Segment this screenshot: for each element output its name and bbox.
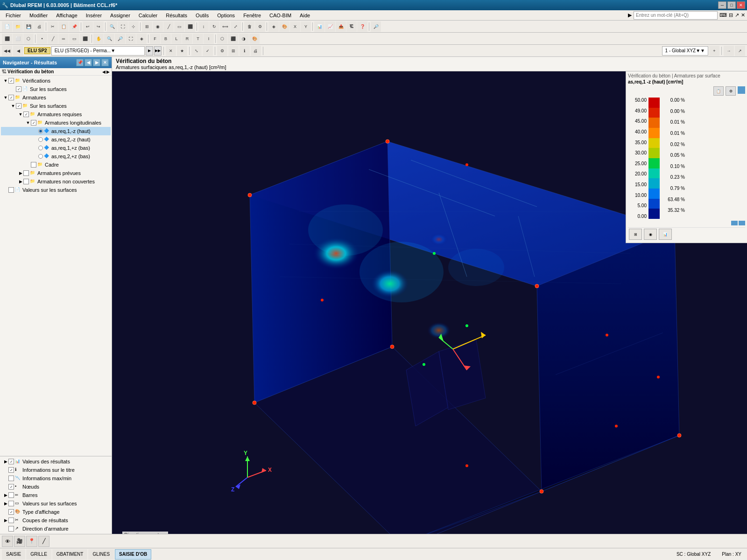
tb-analyze-btn[interactable]: 📊 <box>314 21 324 32</box>
tb2-perspective[interactable]: ◈ <box>136 34 147 44</box>
tb2-surface[interactable]: ▭ <box>69 34 79 44</box>
legend-btn-2[interactable]: ◉ <box>644 229 657 240</box>
search-input[interactable] <box>634 11 718 20</box>
elu-forward-btn[interactable]: ▶ <box>146 46 153 56</box>
tree-checkbox-armatures-prevues[interactable] <box>23 170 29 176</box>
tb2-front[interactable]: F <box>150 34 160 44</box>
tree-checkbox-sur-surfaces[interactable] <box>16 86 21 92</box>
tree-item-noeuds[interactable]: • Nœuds <box>1 483 111 491</box>
tb-view-x[interactable]: X <box>290 21 300 32</box>
tb-node-btn[interactable]: ◉ <box>153 21 163 32</box>
cb-valeurs-resultats[interactable] <box>8 459 14 464</box>
tree-toggle-armatures-longitudinales[interactable]: ▼ <box>25 120 31 126</box>
tree-item-type-affichage[interactable]: 🎨 Type d'affichage <box>1 508 111 516</box>
tree-item-barres[interactable]: ▶ ═ Barres <box>1 491 111 499</box>
tb2-line[interactable]: ╱ <box>48 34 58 44</box>
tb-search2-btn[interactable]: 🔎 <box>371 21 381 32</box>
legend-settings-btn[interactable]: ⚙ <box>726 86 736 96</box>
minimize-button[interactable]: ─ <box>718 1 726 9</box>
tree-item-verifications[interactable]: ▼ 📁 Vérifications <box>1 77 111 85</box>
menu-calculer[interactable]: Calculer <box>135 12 161 19</box>
tree-item-as-req2-z-haut[interactable]: 🔷 as,req,2,-z (haut) <box>1 135 111 144</box>
menu-inserer[interactable]: Insérer <box>82 12 106 19</box>
tb-line-btn[interactable]: ╱ <box>163 21 174 32</box>
tb2-wire[interactable]: ⬡ <box>217 34 227 44</box>
tree-item-valeurs-resultats[interactable]: ▶ 📊 Valeurs des résultats <box>1 457 111 466</box>
menu-cao-bim[interactable]: CAO-BIM <box>266 12 295 19</box>
status-btn-grille[interactable]: GRILLE <box>26 549 51 560</box>
toggle-valeurs-surf[interactable]: ▶ <box>3 501 8 506</box>
tb-view-y[interactable]: Y <box>301 21 311 32</box>
tb-prop-btn[interactable]: ⚙ <box>255 21 265 32</box>
tb2-deselect[interactable]: ⬜ <box>13 34 23 44</box>
elu-tag[interactable]: ELU SP2 <box>24 47 50 54</box>
menu-options[interactable]: Options <box>213 12 239 19</box>
tb2-iso[interactable]: I <box>204 34 214 44</box>
tb2-back[interactable]: B <box>161 34 171 44</box>
bottom-icon-eye[interactable]: 👁 <box>2 536 13 547</box>
cb-direction-armature[interactable] <box>8 526 14 532</box>
legend-btn-1[interactable]: ⊞ <box>629 229 642 240</box>
tb-results-btn[interactable]: 📈 <box>325 21 335 32</box>
tree-checkbox-armatures-longitudinales[interactable] <box>31 120 36 126</box>
cb-type-affichage[interactable] <box>8 509 14 515</box>
tb-export-btn[interactable]: 📤 <box>336 21 346 32</box>
tree-nav-next[interactable]: ▶ <box>106 70 110 74</box>
tree-nav-prev[interactable]: ◀ <box>102 70 106 74</box>
tree-item-armatures-non-couvertes[interactable]: ▶ 📁 Armatures non couvertes <box>1 177 111 186</box>
tree-toggle-valeurs-surfaces[interactable] <box>3 187 8 193</box>
elu-dropdown[interactable]: ELU (STR/GEO) - Perma... ▼ <box>51 46 145 56</box>
elu-star-btn[interactable]: ★ <box>177 46 187 56</box>
tb-paste-btn[interactable]: 📌 <box>69 21 79 32</box>
panel-close-btn[interactable]: ✕ <box>101 59 109 66</box>
cb-valeurs-surf[interactable] <box>8 501 14 506</box>
tree-radio-as-req2-z-haut[interactable] <box>38 137 43 142</box>
tb-fit-btn[interactable]: ⛶ <box>118 21 128 32</box>
tb2-invert[interactable]: ⬡ <box>23 34 34 44</box>
tree-item-direction-armature[interactable]: ↗ Direction d'armature <box>1 525 111 533</box>
bottom-icon-camera[interactable]: 🎥 <box>14 536 25 547</box>
maximize-button[interactable]: □ <box>727 1 736 9</box>
menu-fichier[interactable]: Fichier <box>2 12 25 19</box>
tb2-zoom-all[interactable]: ⛶ <box>126 34 136 44</box>
tree-checkbox-cadre[interactable] <box>31 162 36 168</box>
tree-toggle-armatures[interactable]: ▼ <box>3 95 8 100</box>
tb-redo-btn[interactable]: ↪ <box>93 21 104 32</box>
elu-print-btn[interactable]: 🖨 <box>251 46 261 56</box>
tb-render-btn[interactable]: 🎨 <box>279 21 289 32</box>
tree-item-as-req1-z-haut[interactable]: 🔷 as,req,1,-z (haut) <box>1 127 111 135</box>
tree-toggle-armatures-surfaces[interactable]: ▼ <box>10 103 16 109</box>
toggle-barres[interactable]: ▶ <box>3 492 8 498</box>
menu-fenetre[interactable]: Fenêtre <box>240 12 265 19</box>
tree-checkbox-armatures-surfaces[interactable] <box>16 103 21 109</box>
tree-checkbox-armatures-requises[interactable] <box>23 112 29 117</box>
tree-item-valeurs-surf[interactable]: ▶ ▭ Valeurs sur les surfaces <box>1 499 111 508</box>
tb-solid-btn[interactable]: ⬛ <box>185 21 195 32</box>
tb-surf-btn[interactable]: ▭ <box>174 21 184 32</box>
tb-open-btn[interactable]: 📁 <box>13 21 23 32</box>
tb-print-btn[interactable]: 🖨 <box>34 21 44 32</box>
tb-new-btn[interactable]: 📄 <box>2 21 12 32</box>
tb-mirror-btn[interactable]: ⟺ <box>220 21 230 32</box>
toggle-coupes-resultats[interactable]: ▶ <box>3 518 8 523</box>
tree-checkbox-armatures[interactable] <box>8 95 14 100</box>
tree-checkbox-armatures-non-couvertes[interactable] <box>23 179 29 184</box>
panel-prev-btn[interactable]: ◀ <box>85 59 92 66</box>
tb-cut-btn[interactable]: ✂ <box>48 21 58 32</box>
tb-select-btn[interactable]: ⊹ <box>128 21 139 32</box>
menu-aide[interactable]: Aide <box>296 12 314 19</box>
tree-radio-as-req2-z-bas[interactable] <box>38 154 43 159</box>
tree-item-armatures[interactable]: ▼ 📁 Armatures <box>1 93 111 102</box>
status-btn-saisie[interactable]: SAISIE <box>2 549 25 560</box>
tree-item-armatures-prevues[interactable]: ▶ 📁 Armatures prévues <box>1 169 111 177</box>
tree-radio-as-req1-z-bas[interactable] <box>38 146 43 150</box>
cb-coupes-resultats[interactable] <box>8 518 14 523</box>
status-btn-gbatiment[interactable]: GBATIMENT <box>52 549 88 560</box>
tb-move-btn[interactable]: ↕ <box>198 21 209 32</box>
tb2-render2[interactable]: 🎨 <box>249 34 260 44</box>
tb2-select-all[interactable]: ⬛ <box>2 34 12 44</box>
elu-settings-btn[interactable]: ⚙ <box>217 46 227 56</box>
elu-plus-btn[interactable]: + <box>709 46 719 56</box>
tree-toggle-sur-surfaces[interactable] <box>10 86 16 92</box>
menu-assigner[interactable]: Assigner <box>106 12 134 19</box>
